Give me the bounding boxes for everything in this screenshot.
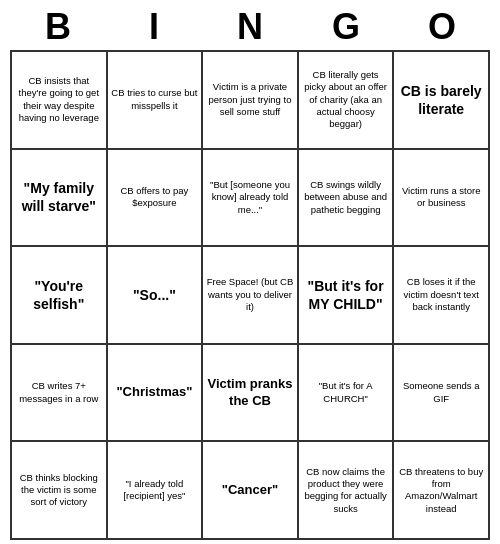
header-g: G bbox=[302, 6, 390, 48]
cell-text-9: Victim runs a store or business bbox=[397, 185, 485, 210]
cell-text-4: CB is barely literate bbox=[397, 82, 485, 118]
bingo-cell-22: "Cancer" bbox=[202, 441, 298, 539]
bingo-cell-7: "But [someone you know] already told me.… bbox=[202, 149, 298, 247]
cell-text-17: Victim pranks the CB bbox=[206, 376, 294, 410]
bingo-cell-19: Someone sends a GIF bbox=[393, 344, 489, 442]
cell-text-18: "But it's for A CHURCH" bbox=[302, 380, 390, 405]
bingo-cell-1: CB tries to curse but misspells it bbox=[107, 51, 203, 149]
cell-text-23: CB now claims the product they were begg… bbox=[302, 466, 390, 515]
cell-text-7: "But [someone you know] already told me.… bbox=[206, 179, 294, 216]
cell-text-10: "You're selfish" bbox=[15, 277, 103, 313]
bingo-cell-2: Victim is a private person just trying t… bbox=[202, 51, 298, 149]
cell-text-15: CB writes 7+ messages in a row bbox=[15, 380, 103, 405]
cell-text-14: CB loses it if the victim doesn't text b… bbox=[397, 276, 485, 313]
cell-text-24: CB threatens to buy from Amazon/Walmart … bbox=[397, 466, 485, 515]
bingo-cell-6: CB offers to pay $exposure bbox=[107, 149, 203, 247]
cell-text-5: "My family will starve" bbox=[15, 179, 103, 215]
cell-text-2: Victim is a private person just trying t… bbox=[206, 81, 294, 118]
bingo-cell-14: CB loses it if the victim doesn't text b… bbox=[393, 246, 489, 344]
cell-text-13: "But it's for MY CHILD" bbox=[302, 277, 390, 313]
header-n: N bbox=[206, 6, 294, 48]
cell-text-19: Someone sends a GIF bbox=[397, 380, 485, 405]
cell-text-12: Free Space! (but CB wants you to deliver… bbox=[206, 276, 294, 313]
header-o: O bbox=[398, 6, 486, 48]
bingo-cell-3: CB literally gets picky about an offer o… bbox=[298, 51, 394, 149]
bingo-cell-16: "Christmas" bbox=[107, 344, 203, 442]
bingo-cell-20: CB thinks blocking the victim is some so… bbox=[11, 441, 107, 539]
bingo-cell-23: CB now claims the product they were begg… bbox=[298, 441, 394, 539]
cell-text-8: CB swings wildly between abuse and pathe… bbox=[302, 179, 390, 216]
bingo-cell-15: CB writes 7+ messages in a row bbox=[11, 344, 107, 442]
bingo-cell-8: CB swings wildly between abuse and pathe… bbox=[298, 149, 394, 247]
cell-text-11: "So..." bbox=[133, 286, 176, 304]
bingo-cell-21: "I already told [recipient] yes" bbox=[107, 441, 203, 539]
bingo-cell-24: CB threatens to buy from Amazon/Walmart … bbox=[393, 441, 489, 539]
bingo-grid: CB insists that they're going to get the… bbox=[10, 50, 490, 540]
cell-text-6: CB offers to pay $exposure bbox=[111, 185, 199, 210]
cell-text-20: CB thinks blocking the victim is some so… bbox=[15, 472, 103, 509]
bingo-header: B I N G O bbox=[10, 0, 490, 50]
header-i: I bbox=[110, 6, 198, 48]
cell-text-0: CB insists that they're going to get the… bbox=[15, 75, 103, 124]
cell-text-22: "Cancer" bbox=[222, 482, 278, 499]
cell-text-21: "I already told [recipient] yes" bbox=[111, 478, 199, 503]
cell-text-16: "Christmas" bbox=[116, 384, 192, 401]
cell-text-3: CB literally gets picky about an offer o… bbox=[302, 69, 390, 131]
bingo-cell-11: "So..." bbox=[107, 246, 203, 344]
bingo-cell-17: Victim pranks the CB bbox=[202, 344, 298, 442]
bingo-cell-10: "You're selfish" bbox=[11, 246, 107, 344]
bingo-cell-0: CB insists that they're going to get the… bbox=[11, 51, 107, 149]
cell-text-1: CB tries to curse but misspells it bbox=[111, 87, 199, 112]
bingo-cell-5: "My family will starve" bbox=[11, 149, 107, 247]
header-b: B bbox=[14, 6, 102, 48]
bingo-cell-13: "But it's for MY CHILD" bbox=[298, 246, 394, 344]
bingo-cell-18: "But it's for A CHURCH" bbox=[298, 344, 394, 442]
bingo-cell-12: Free Space! (but CB wants you to deliver… bbox=[202, 246, 298, 344]
bingo-cell-4: CB is barely literate bbox=[393, 51, 489, 149]
bingo-cell-9: Victim runs a store or business bbox=[393, 149, 489, 247]
